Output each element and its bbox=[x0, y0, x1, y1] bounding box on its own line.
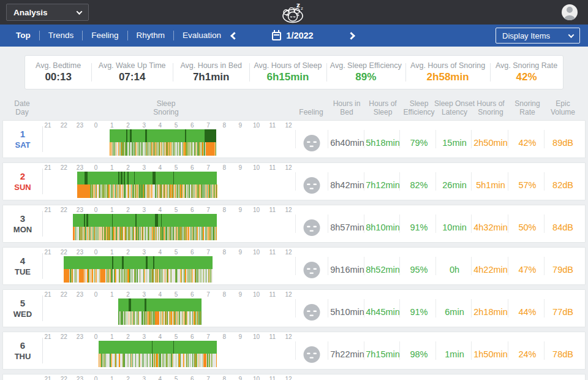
hour-tick: 0 bbox=[94, 249, 98, 256]
epic-volume-value: 89dB bbox=[552, 138, 573, 148]
date-column-divider bbox=[42, 211, 43, 237]
hour-tick: 21 bbox=[44, 291, 51, 298]
sleep-row[interactable]: 21222301234567891011122SUN8h42min7h12min… bbox=[2, 162, 586, 200]
topbar: Analysis z z z bbox=[0, 0, 588, 25]
snore-stripe bbox=[190, 354, 190, 367]
snore-stripe bbox=[97, 227, 97, 240]
deep-sleep-segment bbox=[161, 214, 162, 227]
column-divider bbox=[364, 299, 364, 317]
col-hours-of-snoring: Hours ofSnoring bbox=[477, 99, 504, 116]
sleep-row[interactable]: 21222301234567891011121SAT6h40min5h18min… bbox=[2, 120, 586, 158]
deep-sleep-segment bbox=[121, 172, 123, 184]
snore-stripe bbox=[207, 184, 208, 198]
snore-stripe bbox=[204, 142, 205, 156]
snore-stripe bbox=[192, 311, 193, 325]
snore-stripe bbox=[208, 354, 208, 367]
summary-stat-label: Avg. Hours of Snoring bbox=[410, 61, 485, 70]
sleep-row[interactable]: 21222301234567891011124TUE9h16min8h52min… bbox=[2, 247, 586, 285]
snore-stripe bbox=[153, 269, 154, 283]
snore-stripe bbox=[129, 184, 129, 198]
snore-stripe bbox=[216, 354, 217, 367]
hour-tick: 23 bbox=[77, 164, 83, 171]
column-divider bbox=[399, 172, 400, 191]
snore-stripe bbox=[72, 269, 73, 283]
sleep-onset-latency-value: 1min bbox=[445, 349, 464, 359]
hour-tick: 3 bbox=[142, 164, 146, 171]
snore-stripe bbox=[162, 142, 162, 156]
snore-stripe bbox=[124, 354, 125, 367]
snore-stripe bbox=[204, 184, 205, 198]
snore-stripe bbox=[202, 269, 202, 283]
tab-top[interactable]: Top bbox=[7, 25, 39, 47]
sleep-row[interactable]: 21222301234567891011126THU7h22min7h15min… bbox=[2, 332, 586, 370]
snore-stripe bbox=[131, 184, 132, 198]
hours-in-bed-value: 8h57min bbox=[330, 222, 364, 232]
deep-sleep-segment bbox=[118, 172, 119, 184]
snore-stripe bbox=[121, 184, 121, 198]
hour-tick: 12 bbox=[285, 249, 292, 256]
epic-volume-value: 82dB bbox=[552, 180, 573, 190]
next-month-icon[interactable] bbox=[347, 32, 355, 40]
column-divider bbox=[364, 257, 364, 275]
sleep-row[interactable]: 21222301234567891011123MON8h57min8h10min… bbox=[2, 205, 586, 243]
snore-stripe bbox=[164, 354, 164, 367]
heavy-snoring-block bbox=[100, 269, 105, 283]
column-divider bbox=[471, 299, 472, 317]
hour-tick: 7 bbox=[206, 249, 210, 256]
column-divider bbox=[399, 130, 400, 148]
hours-of-sleep-value: 8h10min bbox=[366, 222, 400, 232]
snore-stripe bbox=[216, 227, 217, 240]
snore-stripe bbox=[211, 269, 211, 283]
snore-stripe bbox=[206, 269, 206, 283]
snore-stripe bbox=[145, 311, 146, 325]
calendar-icon bbox=[272, 32, 281, 40]
epic-volume-value: 84dB bbox=[552, 222, 573, 232]
column-divider bbox=[364, 341, 364, 360]
column-divider bbox=[471, 341, 472, 360]
prev-month-icon[interactable] bbox=[230, 32, 238, 40]
tab-evaluation[interactable]: Evaluation bbox=[174, 25, 230, 47]
sleep-onset-latency-value: 0h bbox=[450, 265, 459, 275]
analysis-select[interactable]: Analysis bbox=[6, 4, 89, 21]
col-epic-volume: EpicVolume bbox=[551, 99, 575, 116]
snore-stripe bbox=[132, 269, 132, 283]
row-day: TUE bbox=[15, 267, 31, 276]
deep-sleep-segment bbox=[155, 214, 158, 227]
snore-stripe bbox=[201, 227, 202, 240]
month-selector[interactable]: 1/2022 bbox=[272, 31, 313, 40]
tab-trends[interactable]: Trends bbox=[40, 25, 83, 47]
snore-stripe bbox=[209, 354, 210, 367]
chevron-down-icon bbox=[77, 9, 83, 15]
display-items-button[interactable]: Display Items bbox=[496, 28, 580, 44]
row-day: THU bbox=[15, 352, 31, 361]
hour-tick: 6 bbox=[190, 122, 194, 129]
hour-tick: 11 bbox=[270, 291, 276, 298]
feeling-icon bbox=[303, 303, 321, 324]
snore-stripe bbox=[164, 227, 165, 240]
sleep-bar bbox=[73, 214, 216, 227]
column-divider bbox=[544, 299, 545, 317]
snore-stripe bbox=[145, 269, 145, 283]
snore-stripe bbox=[94, 184, 95, 198]
summary-stat-label: Avg. Wake Up Time bbox=[99, 61, 166, 70]
snore-stripe bbox=[146, 354, 146, 367]
hour-tick: 12 bbox=[285, 122, 292, 129]
sleep-row[interactable]: 21222301234567891011125WED5h10min4h45min… bbox=[2, 289, 586, 327]
sleep-row[interactable]: 2122230123456789101112 bbox=[2, 374, 586, 380]
hour-tick: 8 bbox=[222, 333, 226, 340]
hour-tick: 5 bbox=[175, 291, 178, 298]
hour-tick: 9 bbox=[239, 376, 243, 380]
snore-stripe bbox=[200, 354, 200, 367]
hour-tick: 9 bbox=[239, 164, 243, 171]
hour-tick: 2 bbox=[126, 333, 130, 340]
avatar[interactable] bbox=[562, 4, 578, 20]
snore-stripe bbox=[102, 354, 103, 367]
col-hours-of-sleep: Hours ofSleep bbox=[369, 99, 396, 116]
tab-feeling[interactable]: Feeling bbox=[83, 25, 127, 47]
column-divider bbox=[295, 341, 296, 360]
snore-stripe bbox=[115, 142, 115, 156]
tab-rhythm[interactable]: Rhythm bbox=[128, 25, 174, 47]
column-divider bbox=[508, 172, 508, 191]
hour-tick: 12 bbox=[285, 207, 292, 213]
main-content: Avg. Bedtime00:13Avg. Wake Up Time07:14A… bbox=[0, 47, 588, 380]
